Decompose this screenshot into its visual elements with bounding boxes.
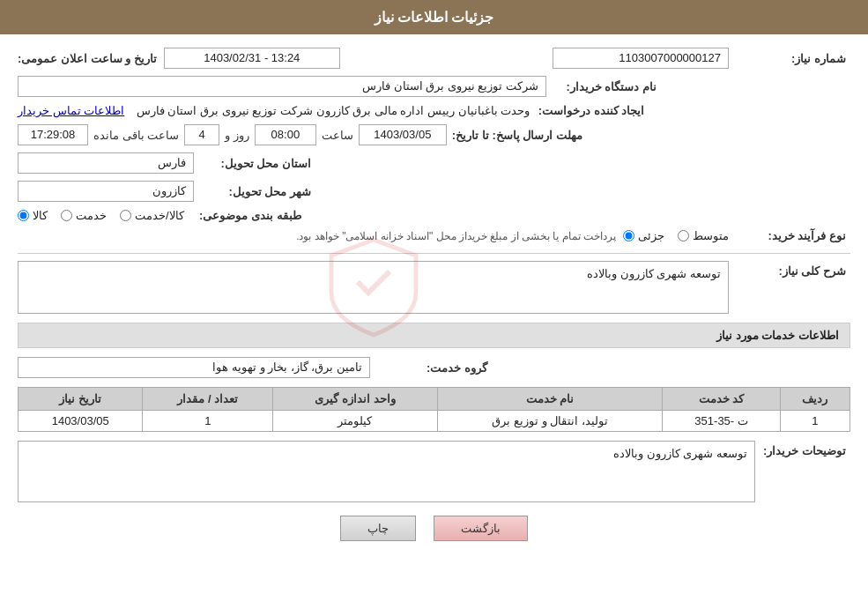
table-body: 1 ت -35-351 تولید، انتقال و توزیع برق کی… (19, 411, 850, 432)
page-header: جزئیات اطلاعات نیاز (0, 0, 868, 34)
deadline-label: مهلت ارسال پاسخ: تا تاریخ: (452, 129, 582, 142)
col-header-service-name: نام خدمت (437, 388, 663, 411)
watermark-shield (321, 234, 427, 340)
creator-row: ایجاد کننده درخواست: وحدت باغبانیان رییس… (18, 104, 850, 117)
city-label: شهر محل تحویل: (201, 185, 315, 198)
category-label: طبقه بندی موضوعی: (191, 209, 306, 222)
need-number-label: شماره نیاز: (736, 52, 850, 65)
need-number-section: شماره نیاز: 1103007000000127 (553, 48, 850, 69)
group-label: گروه خدمت: (377, 361, 492, 375)
creator-label: ایجاد کننده درخواست: (534, 104, 649, 117)
deadline-row: مهلت ارسال پاسخ: تا تاریخ: 1403/03/05 سا… (18, 124, 850, 145)
purchase-type-row: نوع فرآیند خرید: متوسط جزئی پرداخت تمام … (18, 229, 850, 242)
purchase-note: پرداخت تمام یا بخشی از مبلغ خریداز محل "… (18, 230, 616, 242)
group-value: تامین برق، گاز، بخار و تهویه هوا (18, 357, 370, 378)
cell-service-code: ت -35-351 (663, 411, 780, 432)
purchase-type-medium-label: متوسط (693, 229, 729, 242)
deadline-time-label: ساعت (322, 129, 353, 142)
days-label: روز و (225, 129, 249, 142)
table-header: ردیف کد خدمت نام خدمت واحد اندازه گیری ت… (19, 388, 850, 411)
col-header-unit: واحد اندازه گیری (273, 388, 437, 411)
city-row: شهر محل تحویل: کازرون (18, 181, 850, 202)
table-row: 1 ت -35-351 تولید، انتقال و توزیع برق کی… (19, 411, 850, 432)
announcement-datetime-value: 1403/02/31 - 13:24 (164, 48, 340, 69)
category-option-kala-label: کالا (33, 209, 48, 222)
page-title: جزئیات اطلاعات نیاز (375, 10, 494, 25)
category-option-khedmat-label: خدمت (76, 209, 107, 222)
service-group-row: گروه خدمت: تامین برق، گاز، بخار و تهویه … (18, 357, 850, 378)
category-option-kala-khedmat-label: کالا/خدمت (135, 209, 184, 222)
deadline-time-value: 08:00 (255, 124, 316, 145)
need-number-value: 1103007000000127 (553, 48, 729, 69)
deadline-date: 1403/03/05 (359, 124, 447, 145)
purchase-type-partial-label: جزئی (638, 229, 664, 242)
service-section-header: اطلاعات خدمات مورد نیاز (18, 323, 850, 348)
service-info-section: اطلاعات خدمات مورد نیاز گروه خدمت: تامین… (18, 323, 850, 502)
purchase-type-radio-partial[interactable] (623, 230, 634, 241)
category-radio-group: کالا/خدمت خدمت کالا (18, 209, 184, 222)
remaining-value: 17:29:08 (18, 124, 88, 145)
purchase-type-radio-group: متوسط جزئی (623, 229, 729, 242)
city-value: کازرون (18, 181, 194, 202)
creator-value: وحدت باغبانیان رییس اداره مالی برق کازرو… (137, 104, 530, 117)
print-button[interactable]: چاپ (340, 516, 416, 541)
purchase-type-option-partial: جزئی (623, 229, 664, 242)
category-row: طبقه بندی موضوعی: کالا/خدمت خدمت کالا (18, 209, 850, 222)
divider-1 (18, 253, 850, 254)
buyer-desc-area: توسعه شهری کازرون وبالاده (18, 441, 755, 502)
announcement-date-section: 1403/02/31 - 13:24 تاریخ و ساعت اعلان عم… (18, 48, 340, 69)
buyer-name-row: نام دستگاه خریدار: شرکت توزیع نیروی برق … (18, 76, 850, 97)
category-option-kala: کالا (18, 209, 48, 222)
province-value: فارس (18, 152, 194, 174)
buyer-name-label: نام دستگاه خریدار: (546, 80, 661, 93)
category-radio-kala[interactable] (18, 210, 29, 221)
top-info-row: شماره نیاز: 1103007000000127 1403/02/31 … (18, 48, 850, 69)
content-area: شماره نیاز: 1103007000000127 1403/02/31 … (0, 34, 868, 568)
col-header-service-code: کد خدمت (663, 388, 780, 411)
cell-service-name: تولید، انتقال و توزیع برق (437, 411, 663, 432)
category-option-kala-khedmat: کالا/خدمت (120, 209, 184, 222)
purchase-type-option-medium: متوسط (678, 229, 729, 242)
service-table: ردیف کد خدمت نام خدمت واحد اندازه گیری ت… (18, 387, 850, 432)
purchase-type-label: نوع فرآیند خرید: (736, 229, 850, 242)
buyer-desc-row: توضیحات خریدار: توسعه شهری کازرون وبالاد… (18, 441, 850, 502)
buyer-desc-label: توضیحات خریدار: (762, 441, 850, 457)
buyer-name-value: شرکت توزیع نیروی برق استان فارس (18, 76, 546, 97)
back-button[interactable]: بازگشت (434, 516, 528, 541)
button-row: بازگشت چاپ (18, 516, 850, 541)
purchase-type-radio-medium[interactable] (678, 230, 689, 241)
need-description-area: توسعه شهری کازرون وبالاده (18, 261, 729, 314)
province-row: استان محل تحویل: فارس (18, 152, 850, 174)
category-radio-kala-khedmat[interactable] (120, 210, 131, 221)
cell-row-num: 1 (780, 411, 849, 432)
contact-link[interactable]: اطلاعات تماس خریدار (18, 104, 124, 117)
category-radio-khedmat[interactable] (61, 210, 72, 221)
buyer-desc-value: توسعه شهری کازرون وبالاده (18, 441, 755, 502)
province-label: استان محل تحویل: (201, 157, 315, 170)
col-header-row-num: ردیف (780, 388, 849, 411)
cell-unit: کیلومتر (273, 411, 437, 432)
need-description-label: شرح کلی نیاز: (736, 261, 850, 278)
cell-date: 1403/03/05 (19, 411, 143, 432)
cell-quantity: 1 (143, 411, 273, 432)
category-option-khedmat: خدمت (61, 209, 107, 222)
need-description-row: شرح کلی نیاز: توسعه شهری کازرون وبالاده (18, 261, 850, 314)
remaining-label: ساعت باقی مانده (93, 129, 179, 142)
page-wrapper: جزئیات اطلاعات نیاز شماره نیاز: 11030070… (0, 0, 868, 609)
col-header-quantity: تعداد / مقدار (143, 388, 273, 411)
table-header-row: ردیف کد خدمت نام خدمت واحد اندازه گیری ت… (19, 388, 850, 411)
announcement-datetime-label: تاریخ و ساعت اعلان عمومی: (18, 52, 157, 65)
col-header-date: تاریخ نیاز (19, 388, 143, 411)
days-value: 4 (184, 124, 219, 145)
